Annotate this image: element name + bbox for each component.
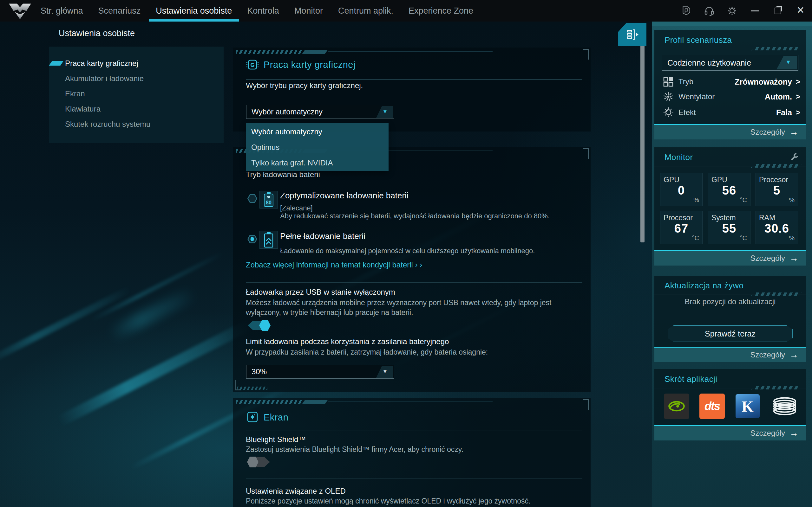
settings-gear-icon[interactable]	[721, 0, 744, 21]
dts-app-icon[interactable]: dts	[699, 394, 725, 419]
tab-ustawienia-osobiste[interactable]: Ustawienia osobiste	[148, 0, 240, 21]
right-sidebar: Profil scenariusza Codzienne użytkowanie…	[652, 21, 812, 507]
settings-subnav: Praca karty graficznej Akumulator i łado…	[49, 47, 223, 143]
tile-unit: %	[693, 196, 699, 204]
lighting-effect-icon	[663, 107, 674, 118]
tab-centrum-aplik[interactable]: Centrum aplik.	[331, 0, 401, 21]
decor-line	[328, 401, 493, 402]
tile-unit: °C	[692, 234, 699, 242]
charge-limit-dropdown-value: 30%	[252, 367, 267, 376]
subnav-label: Klawiatura	[65, 105, 101, 113]
arrow-right-icon: →	[790, 429, 798, 438]
close-button[interactable]: ×	[789, 0, 812, 21]
tab-kontrola[interactable]: Kontrola	[240, 0, 287, 21]
monitor-tile-cpu-temp: Procesor 67 °C	[660, 211, 703, 244]
scenario-profile-panel: Profil scenariusza Codzienne użytkowanie…	[654, 30, 806, 139]
monitor-tile-system-temp: System 55 °C	[708, 211, 751, 244]
radio-full-charging[interactable]	[247, 235, 257, 243]
divider	[246, 79, 582, 80]
profile-row-tryb[interactable]: Tryb Zrównoważony >	[663, 74, 800, 89]
arrow-right-icon: →	[790, 350, 798, 359]
subnav-akumulator[interactable]: Akumulator i ładowanie	[49, 71, 223, 86]
gpu-chip-icon: G	[246, 58, 259, 71]
panel-title: Skrót aplikacji	[654, 369, 806, 384]
subnav-label: Ekran	[65, 89, 85, 98]
arrow-right-icon: →	[790, 254, 798, 263]
update-status-text: Brak pozycji do aktualizacji	[654, 297, 806, 306]
gpu-mode-dropdown[interactable]: Wybór automatyczny ▼	[246, 105, 394, 119]
predator-rings-app-icon[interactable]	[772, 394, 797, 418]
wrench-icon[interactable]	[789, 153, 799, 163]
row-label: Wentylator	[678, 92, 715, 101]
hazard-stripes	[236, 50, 302, 54]
dropdown-option-optimus[interactable]: Optimus	[246, 139, 389, 155]
svg-text:G: G	[250, 62, 254, 68]
full-charging-label: Pełne ładowanie baterii	[280, 231, 365, 241]
minimize-button[interactable]	[744, 0, 766, 21]
optimized-charging-badge: [Zalecane]	[280, 204, 313, 212]
planet9-icon[interactable]	[675, 0, 698, 21]
mode-grid-icon	[663, 76, 674, 88]
predator-logo-icon	[8, 3, 32, 20]
predatorsense-window: Str. główna Scenariusz Ustawienia osobis…	[0, 0, 812, 507]
monitor-tile-ram: RAM 30.6 %	[756, 211, 798, 244]
minimize-icon	[751, 10, 759, 11]
dropdown-option-nvidia-only[interactable]: Tylko karta graf. NVIDIA	[246, 155, 389, 170]
tile-value: 5	[756, 184, 798, 198]
monitor-details-button[interactable]: Szczegóły →	[654, 250, 806, 266]
row-value: Autom.	[765, 92, 792, 101]
optimized-charging-description: Aby redukować starzenie się baterii, wyd…	[280, 212, 550, 220]
subnav-ekran[interactable]: Ekran	[49, 86, 223, 101]
chevron-down-icon: ▼	[383, 369, 388, 375]
decor-line	[328, 51, 493, 52]
profile-row-wentylator[interactable]: Wentylator Autom. >	[663, 89, 800, 104]
chevron-right-icon: >	[796, 92, 800, 101]
divider	[246, 431, 582, 431]
tab-scenariusz[interactable]: Scenariusz	[91, 0, 148, 21]
content-scrollbar[interactable]	[641, 43, 645, 242]
monitor-tile-gpu-load: GPU 0 %	[660, 173, 703, 206]
details-label: Szczegóły	[751, 429, 785, 438]
titlebar-actions: ×	[675, 0, 812, 21]
dropdown-option-wybor-automatyczny[interactable]: Wybór automatyczny	[246, 124, 389, 139]
divider	[246, 478, 582, 478]
tab-experience-zone[interactable]: Experience Zone	[401, 0, 481, 21]
battery-health-link[interactable]: Zobacz więcej informacji na temat kondyc…	[246, 261, 422, 269]
update-details-button[interactable]: Szczegóły →	[654, 347, 806, 362]
apps-details-button[interactable]: Szczegóły →	[654, 425, 806, 441]
details-label: Szczegóły	[751, 254, 785, 263]
tab-monitor[interactable]: Monitor	[287, 0, 331, 21]
profile-row-efekt[interactable]: Efekt Fala >	[663, 105, 800, 120]
killer-app-icon[interactable]: K	[735, 394, 760, 418]
restore-icon	[774, 8, 781, 14]
tab-str-glowna[interactable]: Str. główna	[33, 0, 91, 21]
profile-details-button[interactable]: Szczegóły →	[654, 124, 806, 139]
panel-divider	[654, 294, 806, 295]
charge-limit-dropdown[interactable]: 30% ▼	[246, 365, 394, 379]
hazard-stripes	[236, 400, 302, 404]
check-now-button[interactable]: Sprawdź teraz	[668, 325, 793, 342]
gpu-mode-dropdown-value: Wybór automatyczny	[252, 107, 322, 116]
usb-charging-toggle[interactable]	[248, 321, 270, 330]
tile-unit: °C	[740, 234, 747, 242]
scenario-profile-dropdown[interactable]: Codzienne użytkowanie ▼	[662, 55, 798, 71]
tile-label: Procesor	[759, 176, 788, 184]
row-label: Tryb	[678, 77, 693, 86]
bluelight-toggle[interactable]	[248, 457, 270, 467]
restore-button[interactable]	[766, 0, 789, 21]
monitor-panel: Monitor GPU 0 % GPU 56 °C Procesor 5	[654, 147, 806, 266]
nvidia-app-icon[interactable]	[664, 394, 689, 419]
tile-label: RAM	[759, 214, 775, 222]
details-label: Szczegóły	[751, 128, 785, 136]
subnav-klawiatura[interactable]: Klawiatura	[49, 101, 223, 117]
active-marker	[49, 61, 63, 66]
subnav-praca-karty-graficznej[interactable]: Praca karty graficznej	[49, 56, 223, 71]
charge-mode-label: Tryb ładowania baterii	[246, 170, 320, 179]
chevron-down-icon: ▼	[785, 59, 791, 66]
row-label: Efekt	[678, 108, 696, 117]
subnav-skutek-rozruchu[interactable]: Skutek rozruchu systemu	[49, 117, 223, 132]
support-headset-icon[interactable]	[698, 0, 721, 21]
section-screen: Ekran Bluelight Shield™ Zastosuj ustawie…	[233, 398, 591, 507]
oled-title: Ustawienia związane z OLED	[246, 487, 346, 496]
radio-optimized-charging[interactable]	[247, 194, 257, 203]
